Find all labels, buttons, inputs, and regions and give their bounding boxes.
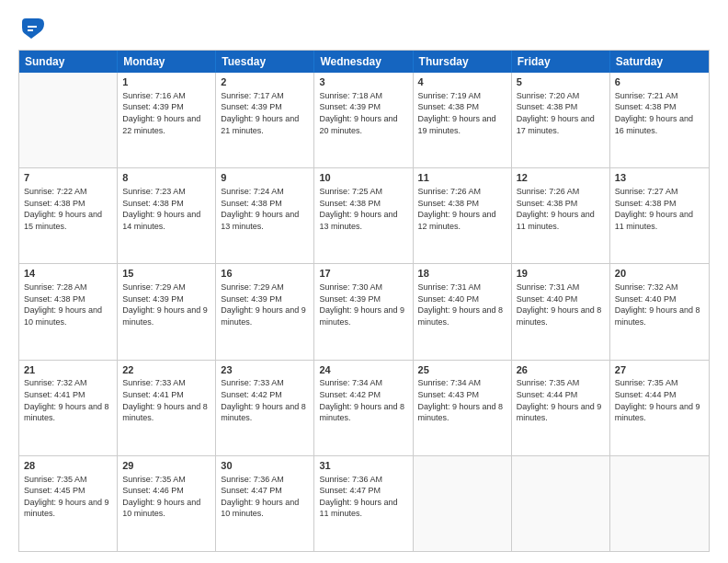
calendar-cell: 23Sunrise: 7:33 AM Sunset: 4:42 PM Dayli…	[216, 361, 314, 455]
header-day-sunday: Sunday	[19, 51, 118, 73]
calendar-cell: 24Sunrise: 7:34 AM Sunset: 4:42 PM Dayli…	[314, 361, 413, 455]
day-number: 23	[221, 363, 309, 377]
cell-info: Sunrise: 7:18 AM Sunset: 4:39 PM Dayligh…	[319, 90, 407, 136]
day-number: 11	[418, 171, 506, 185]
calendar-cell: 7Sunrise: 7:22 AM Sunset: 4:38 PM Daylig…	[19, 168, 118, 263]
calendar-cell: 30Sunrise: 7:36 AM Sunset: 4:47 PM Dayli…	[216, 456, 314, 551]
header	[18, 15, 710, 42]
calendar-cell: 15Sunrise: 7:29 AM Sunset: 4:39 PM Dayli…	[118, 264, 216, 359]
calendar: SundayMondayTuesdayWednesdayThursdayFrid…	[18, 50, 710, 552]
day-number: 28	[24, 459, 112, 473]
cell-info: Sunrise: 7:33 AM Sunset: 4:41 PM Dayligh…	[122, 377, 210, 423]
cell-info: Sunrise: 7:35 AM Sunset: 4:44 PM Dayligh…	[517, 377, 605, 423]
day-number: 30	[221, 459, 309, 473]
cell-info: Sunrise: 7:36 AM Sunset: 4:47 PM Dayligh…	[319, 474, 407, 520]
page: SundayMondayTuesdayWednesdayThursdayFrid…	[0, 0, 728, 563]
day-number: 9	[221, 171, 309, 185]
calendar-cell: 25Sunrise: 7:34 AM Sunset: 4:43 PM Dayli…	[414, 361, 512, 455]
day-number: 3	[319, 75, 407, 89]
day-number: 4	[418, 75, 506, 89]
calendar-row-1: 7Sunrise: 7:22 AM Sunset: 4:38 PM Daylig…	[19, 167, 709, 263]
day-number: 31	[319, 459, 407, 473]
cell-info: Sunrise: 7:16 AM Sunset: 4:39 PM Dayligh…	[122, 90, 210, 136]
cell-info: Sunrise: 7:23 AM Sunset: 4:38 PM Dayligh…	[122, 186, 210, 232]
day-number: 26	[517, 363, 605, 377]
cell-info: Sunrise: 7:27 AM Sunset: 4:38 PM Dayligh…	[615, 186, 704, 232]
calendar-row-0: 1Sunrise: 7:16 AM Sunset: 4:39 PM Daylig…	[19, 73, 709, 167]
calendar-cell	[19, 73, 118, 167]
calendar-cell: 5Sunrise: 7:20 AM Sunset: 4:38 PM Daylig…	[512, 73, 610, 167]
day-number: 13	[615, 171, 704, 185]
header-day-monday: Monday	[118, 51, 216, 73]
calendar-row-4: 28Sunrise: 7:35 AM Sunset: 4:45 PM Dayli…	[19, 455, 709, 551]
calendar-cell: 27Sunrise: 7:35 AM Sunset: 4:44 PM Dayli…	[610, 361, 709, 455]
day-number: 1	[122, 75, 210, 89]
calendar-header: SundayMondayTuesdayWednesdayThursdayFrid…	[19, 51, 709, 73]
header-day-thursday: Thursday	[414, 51, 512, 73]
cell-info: Sunrise: 7:26 AM Sunset: 4:38 PM Dayligh…	[418, 186, 506, 232]
calendar-cell: 8Sunrise: 7:23 AM Sunset: 4:38 PM Daylig…	[118, 168, 216, 263]
day-number: 15	[122, 267, 210, 281]
calendar-cell: 31Sunrise: 7:36 AM Sunset: 4:47 PM Dayli…	[314, 456, 413, 551]
day-number: 16	[221, 267, 309, 281]
calendar-cell: 3Sunrise: 7:18 AM Sunset: 4:39 PM Daylig…	[314, 73, 413, 167]
cell-info: Sunrise: 7:34 AM Sunset: 4:42 PM Dayligh…	[319, 377, 407, 423]
cell-info: Sunrise: 7:31 AM Sunset: 4:40 PM Dayligh…	[418, 282, 506, 327]
calendar-row-3: 21Sunrise: 7:32 AM Sunset: 4:41 PM Dayli…	[19, 360, 709, 455]
calendar-cell: 28Sunrise: 7:35 AM Sunset: 4:45 PM Dayli…	[19, 456, 118, 551]
calendar-cell: 11Sunrise: 7:26 AM Sunset: 4:38 PM Dayli…	[414, 168, 512, 263]
day-number: 10	[319, 171, 407, 185]
calendar-cell: 9Sunrise: 7:24 AM Sunset: 4:38 PM Daylig…	[216, 168, 314, 263]
calendar-cell: 26Sunrise: 7:35 AM Sunset: 4:44 PM Dayli…	[512, 361, 610, 455]
cell-info: Sunrise: 7:35 AM Sunset: 4:46 PM Dayligh…	[122, 474, 210, 520]
cell-info: Sunrise: 7:28 AM Sunset: 4:38 PM Dayligh…	[24, 282, 112, 327]
cell-info: Sunrise: 7:21 AM Sunset: 4:38 PM Dayligh…	[615, 90, 704, 136]
day-number: 17	[319, 267, 407, 281]
cell-info: Sunrise: 7:35 AM Sunset: 4:45 PM Dayligh…	[24, 474, 112, 520]
calendar-cell: 14Sunrise: 7:28 AM Sunset: 4:38 PM Dayli…	[19, 264, 118, 359]
day-number: 20	[615, 267, 704, 281]
cell-info: Sunrise: 7:32 AM Sunset: 4:41 PM Dayligh…	[24, 377, 112, 423]
calendar-cell: 2Sunrise: 7:17 AM Sunset: 4:39 PM Daylig…	[216, 73, 314, 167]
cell-info: Sunrise: 7:34 AM Sunset: 4:43 PM Dayligh…	[418, 377, 506, 423]
cell-info: Sunrise: 7:29 AM Sunset: 4:39 PM Dayligh…	[221, 282, 309, 327]
cell-info: Sunrise: 7:35 AM Sunset: 4:44 PM Dayligh…	[615, 377, 704, 423]
cell-info: Sunrise: 7:17 AM Sunset: 4:39 PM Dayligh…	[221, 90, 309, 136]
day-number: 21	[24, 363, 112, 377]
day-number: 14	[24, 267, 112, 281]
cell-info: Sunrise: 7:31 AM Sunset: 4:40 PM Dayligh…	[517, 282, 605, 327]
calendar-cell	[512, 456, 610, 551]
calendar-cell: 10Sunrise: 7:25 AM Sunset: 4:38 PM Dayli…	[314, 168, 413, 263]
calendar-cell: 29Sunrise: 7:35 AM Sunset: 4:46 PM Dayli…	[118, 456, 216, 551]
calendar-row-2: 14Sunrise: 7:28 AM Sunset: 4:38 PM Dayli…	[19, 263, 709, 359]
header-day-wednesday: Wednesday	[314, 51, 413, 73]
day-number: 18	[418, 267, 506, 281]
calendar-cell	[610, 456, 709, 551]
logo-icon	[18, 15, 46, 42]
cell-info: Sunrise: 7:24 AM Sunset: 4:38 PM Dayligh…	[221, 186, 309, 232]
cell-info: Sunrise: 7:25 AM Sunset: 4:38 PM Dayligh…	[319, 186, 407, 232]
cell-info: Sunrise: 7:20 AM Sunset: 4:38 PM Dayligh…	[517, 90, 605, 136]
calendar-cell: 17Sunrise: 7:30 AM Sunset: 4:39 PM Dayli…	[314, 264, 413, 359]
calendar-body: 1Sunrise: 7:16 AM Sunset: 4:39 PM Daylig…	[19, 73, 709, 551]
day-number: 29	[122, 459, 210, 473]
calendar-cell: 13Sunrise: 7:27 AM Sunset: 4:38 PM Dayli…	[610, 168, 709, 263]
calendar-cell: 16Sunrise: 7:29 AM Sunset: 4:39 PM Dayli…	[216, 264, 314, 359]
calendar-cell: 4Sunrise: 7:19 AM Sunset: 4:38 PM Daylig…	[414, 73, 512, 167]
cell-info: Sunrise: 7:33 AM Sunset: 4:42 PM Dayligh…	[221, 377, 309, 423]
calendar-cell	[414, 456, 512, 551]
day-number: 12	[517, 171, 605, 185]
cell-info: Sunrise: 7:29 AM Sunset: 4:39 PM Dayligh…	[122, 282, 210, 327]
calendar-cell: 18Sunrise: 7:31 AM Sunset: 4:40 PM Dayli…	[414, 264, 512, 359]
calendar-cell: 6Sunrise: 7:21 AM Sunset: 4:38 PM Daylig…	[610, 73, 709, 167]
day-number: 8	[122, 171, 210, 185]
logo	[18, 15, 50, 42]
cell-info: Sunrise: 7:19 AM Sunset: 4:38 PM Dayligh…	[418, 90, 506, 136]
day-number: 22	[122, 363, 210, 377]
day-number: 7	[24, 171, 112, 185]
calendar-cell: 19Sunrise: 7:31 AM Sunset: 4:40 PM Dayli…	[512, 264, 610, 359]
day-number: 6	[615, 75, 704, 89]
calendar-cell: 22Sunrise: 7:33 AM Sunset: 4:41 PM Dayli…	[118, 361, 216, 455]
cell-info: Sunrise: 7:26 AM Sunset: 4:38 PM Dayligh…	[517, 186, 605, 232]
cell-info: Sunrise: 7:22 AM Sunset: 4:38 PM Dayligh…	[24, 186, 112, 232]
